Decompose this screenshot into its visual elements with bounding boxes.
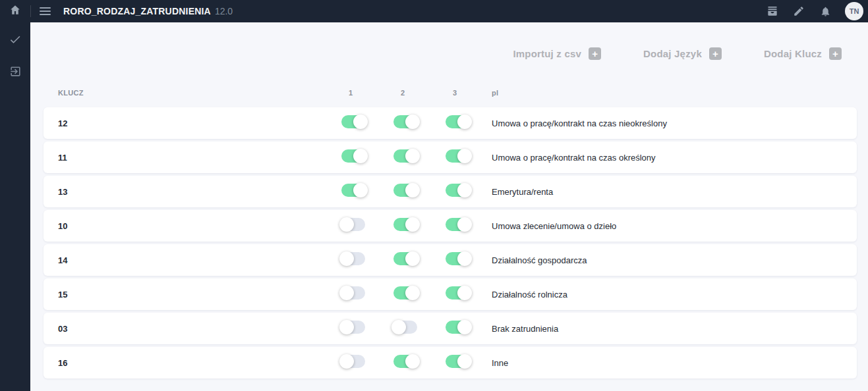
check-icon (9, 33, 22, 49)
column-header-2: 2 (393, 89, 446, 97)
notifications-bell-icon (820, 6, 831, 17)
column-header-1: 1 (341, 89, 393, 97)
row-key: 15 (43, 290, 341, 300)
toggle-env-1[interactable] (341, 286, 365, 300)
row-pl-text: Brak zatrudnienia (492, 324, 857, 334)
home-button[interactable] (0, 4, 30, 18)
toggle-env-1[interactable] (341, 355, 365, 368)
toggle-knob (457, 286, 472, 300)
toggle-env-2[interactable] (393, 149, 417, 163)
add-language-button[interactable]: Dodaj Język (643, 47, 722, 60)
toggle-knob (457, 149, 472, 163)
row-pl-text: Umowa zlecenie/umowa o dzieło (492, 221, 857, 231)
toggle-env-2[interactable] (393, 252, 417, 265)
toggle-knob (339, 251, 354, 266)
toggle-knob (457, 217, 472, 232)
sidebar-item-exit[interactable] (0, 59, 30, 86)
toggle-env-3[interactable] (446, 252, 469, 265)
row-key: 13 (43, 187, 341, 197)
row-pl-text: Działalność rolnicza (492, 290, 857, 300)
toggle-env-1[interactable] (341, 115, 365, 128)
toggle-env-2[interactable] (393, 355, 417, 368)
column-header-klucz: KLUCZ (43, 89, 341, 97)
sidebar-item-approve[interactable] (0, 28, 30, 54)
add-key-label: Dodaj Klucz (764, 48, 822, 59)
actions-bar: Importuj z csv Dodaj Język Dodaj Klucz (30, 22, 868, 61)
row-pl-text: Inne (492, 358, 857, 368)
toggle-knob (353, 115, 368, 129)
toggle-env-2[interactable] (393, 184, 417, 197)
toggle-env-3[interactable] (446, 115, 469, 128)
add-language-label: Dodaj Język (643, 48, 702, 59)
row-key: 12 (43, 118, 341, 128)
table-row: 11 Umowa o pracę/kontrakt na czas określ… (43, 142, 857, 173)
toggle-env-3[interactable] (446, 355, 469, 368)
main-content: Importuj z csv Dodaj Język Dodaj Klucz K… (30, 22, 868, 391)
toggle-knob (339, 217, 354, 232)
toggle-knob (391, 320, 406, 334)
toggle-env-1[interactable] (341, 149, 365, 163)
row-key: 11 (43, 153, 341, 163)
toggle-knob (405, 149, 420, 163)
inbox-icon (766, 5, 779, 18)
row-pl-text: Umowa o pracę/kontrakt na czas określony (492, 153, 857, 163)
table-header: KLUCZ 1 2 3 pl (43, 78, 857, 107)
exit-to-app-icon (9, 65, 22, 80)
page-title: RORO_RODZAJ_ZATRUDNIENIA (63, 6, 211, 16)
toggle-env-2[interactable] (393, 286, 417, 300)
toggle-knob (457, 251, 472, 266)
toggle-env-3[interactable] (446, 321, 469, 334)
column-header-pl: pl (492, 89, 857, 97)
toggle-knob (339, 320, 354, 334)
toggle-knob (405, 217, 420, 232)
user-avatar[interactable]: TN (845, 2, 863, 20)
toggle-knob (457, 115, 472, 129)
toggle-knob (405, 286, 420, 300)
plus-icon (829, 47, 842, 60)
table-row: 03 Brak zatrudnienia (43, 313, 857, 344)
add-key-button[interactable]: Dodaj Klucz (764, 47, 842, 60)
topbar-divider (30, 5, 31, 17)
import-csv-button[interactable]: Importuj z csv (513, 47, 601, 60)
column-header-3: 3 (446, 89, 492, 97)
toggle-env-3[interactable] (446, 286, 469, 300)
table-row: 16 Inne (43, 347, 857, 378)
toggle-knob (405, 115, 420, 129)
import-csv-label: Importuj z csv (513, 48, 581, 59)
toggle-env-3[interactable] (446, 218, 469, 231)
toggle-env-2[interactable] (393, 321, 417, 334)
row-key: 14 (43, 255, 341, 265)
translations-table: KLUCZ 1 2 3 pl 12 Umowa o pracę/kontrakt… (43, 78, 857, 378)
toggle-env-2[interactable] (393, 115, 417, 128)
toggle-env-1[interactable] (341, 252, 365, 265)
toggle-knob (353, 149, 368, 163)
toggle-env-1[interactable] (341, 321, 365, 334)
table-row: 13 Emerytura/renta (43, 176, 857, 207)
table-row: 15 Działalność rolnicza (43, 278, 857, 310)
edit-button[interactable] (792, 5, 805, 18)
toggle-knob (457, 183, 472, 197)
toggle-env-1[interactable] (341, 218, 365, 231)
row-key: 10 (43, 221, 341, 231)
toggle-knob (405, 354, 420, 369)
toggle-env-3[interactable] (446, 149, 469, 163)
toggle-env-2[interactable] (393, 218, 417, 231)
plus-icon (709, 47, 722, 60)
inbox-button[interactable] (766, 5, 779, 18)
table-row: 14 Działalność gospodarcza (43, 244, 857, 276)
notifications-button[interactable] (819, 5, 832, 18)
toggle-knob (339, 286, 354, 300)
app-screen: RORO_RODZAJ_ZATRUDNIENIA 12.0 (0, 0, 868, 391)
menu-toggle-button[interactable] (38, 5, 52, 18)
table-row: 10 Umowa zlecenie/umowa o dzieło (43, 210, 857, 242)
toggle-knob (457, 354, 472, 369)
toggle-env-1[interactable] (341, 184, 365, 197)
row-pl-text: Działalność gospodarcza (492, 255, 857, 265)
toggle-knob (405, 251, 420, 266)
toggle-knob (339, 354, 354, 369)
home-icon (9, 4, 21, 18)
toggle-knob (457, 320, 472, 334)
toggle-env-3[interactable] (446, 184, 469, 197)
edit-pencil-icon (793, 5, 805, 17)
plus-icon (589, 47, 601, 60)
